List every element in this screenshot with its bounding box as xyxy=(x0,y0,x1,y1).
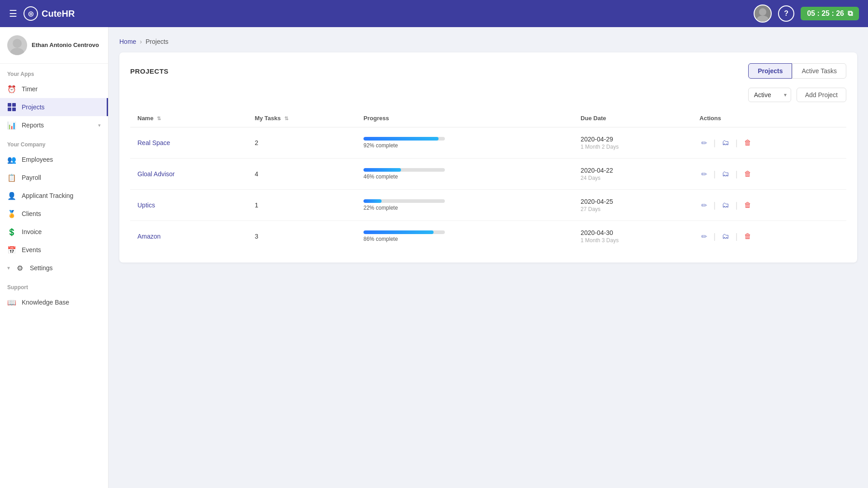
timer-value: 05 : 25 : 26 xyxy=(807,9,844,18)
breadcrumb-home[interactable]: Home xyxy=(119,38,136,45)
due-date-relative: 24 Days xyxy=(580,175,685,181)
timer-icon: ⧉ xyxy=(848,9,853,18)
projects-table: Name ⇅ My Tasks ⇅ Progress Due Date Acti… xyxy=(130,109,846,252)
user-avatar-top[interactable] xyxy=(754,5,772,23)
svg-point-0 xyxy=(759,8,766,15)
cell-name: Uptics xyxy=(130,190,247,221)
sidebar-item-label: Settings xyxy=(30,264,53,272)
cell-progress: 46% complete xyxy=(356,159,573,190)
cell-progress: 86% complete xyxy=(356,221,573,252)
action-icons: ✏ | 🗂 | 🗑 xyxy=(699,137,839,149)
cell-due-date: 2020-04-29 1 Month 2 Days xyxy=(573,127,692,159)
projects-card: PROJECTS Projects Active Tasks Active In… xyxy=(119,52,857,263)
cell-name: Gloal Advisor xyxy=(130,159,247,190)
edit-icon[interactable]: ✏ xyxy=(699,199,709,211)
sidebar-item-timer[interactable]: ⏰ Timer xyxy=(0,80,108,98)
employees-icon: 👥 xyxy=(7,155,16,164)
divider: | xyxy=(713,232,716,241)
avatar xyxy=(7,35,27,55)
sidebar-item-projects[interactable]: Projects xyxy=(0,98,108,116)
project-link[interactable]: Amazon xyxy=(137,233,160,240)
sidebar-item-clients[interactable]: 🏅 Clients xyxy=(0,205,108,223)
card-header: PROJECTS Projects Active Tasks xyxy=(130,63,846,79)
sidebar-item-settings[interactable]: ▾ ⚙ Settings xyxy=(0,259,108,277)
col-name: Name ⇅ xyxy=(130,109,247,127)
progress-label: 46% complete xyxy=(363,174,445,180)
sort-icon: ⇅ xyxy=(157,116,161,121)
action-icons: ✏ | 🗂 | 🗑 xyxy=(699,199,839,211)
topnav-left: ☰ ◎ CuteHR xyxy=(9,6,75,21)
cell-name: Real Space xyxy=(130,127,247,159)
knowledge-base-icon: 📖 xyxy=(7,298,16,307)
sidebar-item-label: Applicant Tracking xyxy=(22,192,73,199)
app-name: CuteHR xyxy=(42,9,75,19)
breadcrumb-separator: › xyxy=(140,38,142,45)
tab-projects[interactable]: Projects xyxy=(748,63,792,79)
timer-button[interactable]: 05 : 25 : 26 ⧉ xyxy=(801,7,859,20)
add-project-button[interactable]: Add Project xyxy=(797,88,846,102)
progress-bar-track xyxy=(363,199,445,203)
progress-bar-fill xyxy=(363,137,439,141)
applicant-tracking-icon: 👤 xyxy=(7,191,16,200)
sidebar-item-payroll[interactable]: 📋 Payroll xyxy=(0,169,108,187)
main-content: Home › Projects PROJECTS Projects Active… xyxy=(108,27,868,488)
archive-icon[interactable]: 🗂 xyxy=(720,168,731,180)
sidebar-item-label: Invoice xyxy=(22,228,42,235)
col-my-tasks: My Tasks ⇅ xyxy=(247,109,356,127)
due-date-relative: 1 Month 2 Days xyxy=(580,144,685,150)
archive-icon[interactable]: 🗂 xyxy=(720,230,731,242)
divider: | xyxy=(713,201,716,210)
archive-icon[interactable]: 🗂 xyxy=(720,199,731,211)
sidebar-item-invoice[interactable]: 💲 Invoice xyxy=(0,223,108,241)
sidebar-item-label: Employees xyxy=(22,156,53,163)
project-link[interactable]: Gloal Advisor xyxy=(137,170,175,178)
action-icons: ✏ | 🗂 | 🗑 xyxy=(699,168,839,180)
reports-icon: 📊 xyxy=(7,121,16,130)
cell-my-tasks: 2 xyxy=(247,127,356,159)
svg-point-2 xyxy=(13,39,22,48)
progress-bar-fill xyxy=(363,230,434,234)
app-logo: ◎ CuteHR xyxy=(24,6,75,21)
cell-actions: ✏ | 🗂 | 🗑 xyxy=(692,221,846,252)
cell-my-tasks: 3 xyxy=(247,221,356,252)
delete-icon[interactable]: 🗑 xyxy=(742,230,753,242)
due-date-main: 2020-04-29 xyxy=(580,136,685,143)
cell-actions: ✏ | 🗂 | 🗑 xyxy=(692,127,846,159)
breadcrumb-current: Projects xyxy=(146,38,169,45)
edit-icon[interactable]: ✏ xyxy=(699,168,709,180)
your-apps-label: Your Apps xyxy=(0,64,108,80)
svg-rect-6 xyxy=(8,108,11,111)
svg-rect-5 xyxy=(12,103,16,107)
svg-point-1 xyxy=(757,16,769,23)
sort-icon: ⇅ xyxy=(284,116,288,121)
sidebar-item-label: Payroll xyxy=(22,174,41,181)
tab-active-tasks[interactable]: Active Tasks xyxy=(792,63,846,79)
sidebar-item-events[interactable]: 📅 Events xyxy=(0,241,108,259)
progress-bar-fill xyxy=(363,199,382,203)
col-due-date: Due Date xyxy=(573,109,692,127)
edit-icon[interactable]: ✏ xyxy=(699,230,709,243)
sidebar-item-reports[interactable]: 📊 Reports ▾ xyxy=(0,116,108,134)
table-row: Amazon 3 86% complete 2020-04-30 1 Month… xyxy=(130,221,846,252)
archive-icon[interactable]: 🗂 xyxy=(720,137,731,149)
sidebar-item-employees[interactable]: 👥 Employees xyxy=(0,150,108,169)
delete-icon[interactable]: 🗑 xyxy=(742,137,753,149)
sidebar-item-applicant-tracking[interactable]: 👤 Applicant Tracking xyxy=(0,187,108,205)
sidebar-item-knowledge-base[interactable]: 📖 Knowledge Base xyxy=(0,293,108,311)
delete-icon[interactable]: 🗑 xyxy=(742,168,753,180)
col-actions: Actions xyxy=(692,109,846,127)
hamburger-icon[interactable]: ☰ xyxy=(9,8,17,19)
edit-icon[interactable]: ✏ xyxy=(699,137,709,149)
cell-progress: 22% complete xyxy=(356,190,573,221)
chevron-down-icon: ▾ xyxy=(98,122,101,128)
invoice-icon: 💲 xyxy=(7,227,16,236)
timer-icon: ⏰ xyxy=(7,84,16,94)
settings-icon: ⚙ xyxy=(15,263,24,272)
help-button[interactable]: ? xyxy=(778,5,794,22)
project-link[interactable]: Uptics xyxy=(137,202,155,209)
project-link[interactable]: Real Space xyxy=(137,139,170,146)
status-dropdown[interactable]: Active Inactive All xyxy=(748,88,791,102)
delete-icon[interactable]: 🗑 xyxy=(742,199,753,211)
progress-label: 22% complete xyxy=(363,205,445,211)
due-date-main: 2020-04-22 xyxy=(580,167,685,174)
